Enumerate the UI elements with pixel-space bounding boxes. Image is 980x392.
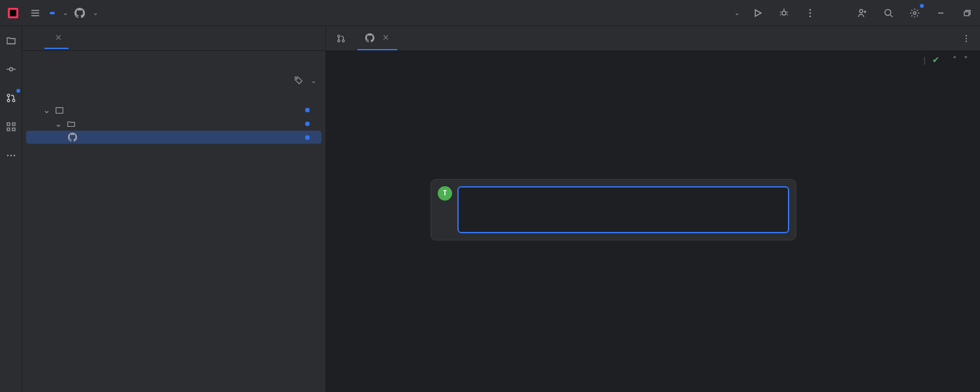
svg-rect-29 [7,123,10,125]
svg-point-17 [885,9,891,15]
more-icon[interactable] [802,5,818,21]
folder-icon [67,120,76,129]
chevron-down-icon: ⌄ [93,9,98,16]
minimize-button[interactable] [933,5,949,21]
svg-point-14 [860,9,863,12]
restore-button[interactable] [959,5,975,21]
svg-point-40 [342,39,344,41]
chevron-down-icon: ⌄ [311,77,316,84]
svg-point-43 [966,37,967,39]
svg-point-19 [913,12,916,14]
svg-rect-31 [12,123,15,125]
github-icon [74,8,85,18]
gutter[interactable] [326,51,373,392]
branch-selector[interactable]: ⌄ [294,76,316,85]
svg-point-13 [809,15,811,17]
debug-button[interactable] [776,5,792,21]
svg-point-5 [782,11,786,15]
title-bar: ⌄ ⌄ ⌄ [0,0,980,26]
svg-rect-21 [964,12,969,16]
commit-tool-icon[interactable] [3,61,19,77]
more-tools-icon[interactable] [3,148,19,163]
tool-window-stripe [0,26,22,392]
tree-file[interactable] [26,131,321,144]
svg-point-11 [809,8,811,10]
structure-tool-icon[interactable] [3,119,19,135]
module-icon [55,106,64,115]
settings-icon[interactable] [907,5,923,21]
pr-tab-list[interactable] [29,33,42,44]
pr-tabs: ✕ [22,26,325,51]
pr-icon [336,34,346,43]
editor-area: ✕ | ✔︎ ˄ ˅ T [326,26,980,392]
check-icon: ✔︎ [932,55,939,65]
svg-rect-37 [56,107,63,113]
code-content[interactable]: T [373,51,980,392]
svg-line-18 [890,15,892,17]
project-tool-icon[interactable] [3,33,19,48]
svg-point-42 [966,35,967,36]
close-icon[interactable]: ✕ [55,33,62,42]
svg-point-27 [12,99,15,102]
more-icon[interactable] [962,31,977,46]
vcs-widget[interactable]: ⌄ [74,8,98,18]
svg-point-38 [338,35,340,37]
svg-point-35 [13,155,14,156]
chevron-down-icon: ⌄ [63,9,68,16]
svg-point-36 [297,78,298,80]
svg-rect-32 [12,128,15,131]
svg-rect-30 [7,128,10,131]
svg-point-34 [10,155,11,156]
review-toolbar: | ✔︎ ˄ ˅ [917,55,968,65]
review-comment-popup: T [431,179,796,240]
chevron-down-icon: ⌄ [734,9,740,16]
project-badge [50,12,55,14]
pull-requests-tool-icon[interactable] [3,90,19,106]
app-icon [5,5,21,21]
tree-folder[interactable]: ⌄ [26,117,321,131]
comment-input[interactable] [457,186,789,233]
search-icon[interactable] [881,5,896,21]
svg-point-33 [7,155,8,156]
tree-root[interactable]: ⌄ [26,103,321,117]
editor-tab[interactable] [329,26,357,50]
editor-tabs: ✕ [326,26,980,51]
svg-point-39 [338,39,340,41]
run-config-selector[interactable]: ⌄ [730,9,740,16]
hamburger-icon[interactable] [27,5,43,21]
chevron-down-icon: ⌄ [55,119,63,129]
github-icon [365,33,374,42]
svg-line-10 [787,14,788,15]
svg-point-12 [809,12,811,14]
close-icon[interactable]: ✕ [382,33,389,42]
svg-point-25 [7,94,10,97]
chevron-down-icon: ⌄ [43,105,51,115]
pr-tab-detail[interactable]: ✕ [44,27,69,49]
modified-indicator [305,122,310,126]
svg-point-44 [966,41,967,42]
github-icon [68,133,77,142]
modified-indicator [305,108,310,112]
svg-point-26 [7,99,10,102]
run-button[interactable] [750,5,766,21]
pull-requests-panel: ✕ ⌄ [22,26,326,392]
code-with-me-icon[interactable] [855,5,870,21]
changes-tree: ⌄ ⌄ [22,103,325,144]
modified-indicator [305,135,310,140]
tag-icon [294,76,303,85]
prev-icon[interactable]: ˄ [953,55,957,65]
editor-tab[interactable]: ✕ [357,26,397,50]
svg-line-8 [787,12,788,12]
svg-line-7 [780,12,781,12]
next-icon[interactable]: ˅ [964,55,968,65]
svg-point-22 [9,68,12,71]
svg-rect-1 [10,10,16,16]
svg-line-9 [780,14,781,15]
avatar: T [438,186,452,201]
project-selector[interactable]: ⌄ [50,9,68,16]
